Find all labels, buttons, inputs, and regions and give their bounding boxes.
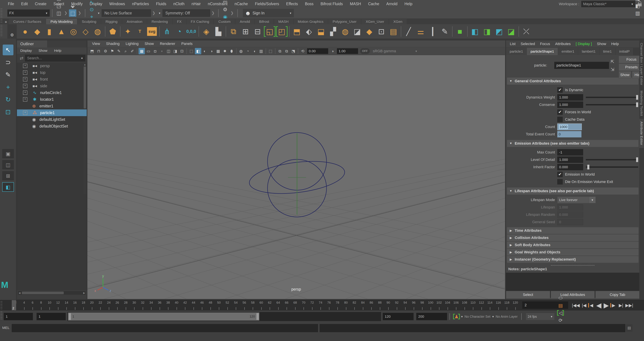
poly-torus-icon[interactable]: ◎ <box>68 25 80 38</box>
modeling-toolkit-toggle-icon[interactable]: ◨ <box>634 0 641 2</box>
timeline-frame-76[interactable]: 76 <box>325 300 334 311</box>
chevron-down-icon[interactable]: ▼ <box>98 12 100 14</box>
save-scene-icon[interactable]: ◫ <box>55 9 62 17</box>
divider[interactable] <box>52 9 52 17</box>
viewport-menu-show[interactable]: Show <box>142 41 157 46</box>
safe-action-icon[interactable]: ◨ <box>172 48 178 54</box>
boolean-union-icon[interactable]: ◱ <box>264 25 276 38</box>
go-to-end-button[interactable]: ▶▶| <box>625 301 634 310</box>
toolbar-grip[interactable] <box>0 311 3 320</box>
colorspace-dropdown[interactable]: sRGB gamma ▼ <box>371 48 420 54</box>
quad-mirror-icon[interactable]: ◆ <box>363 25 375 38</box>
timeline-frame-84[interactable]: 84 <box>359 300 367 311</box>
relax-tool-icon[interactable]: ◪ <box>505 25 517 38</box>
outliner-panel-tab[interactable]: Outliner <box>17 40 47 47</box>
grease-pencil-icon[interactable]: ✐ <box>129 48 136 54</box>
anim-layer-dropdown[interactable]: No Anim Layer <box>496 315 518 319</box>
section-header-emission-attributes-see-also-emitter-tabs[interactable]: ▼Emission Attributes (see also emitter t… <box>507 140 638 147</box>
poly-cylinder-icon[interactable]: ▮ <box>43 25 55 38</box>
timeline-frame-46[interactable]: 46 <box>198 300 206 311</box>
viewport-menu-shading[interactable]: Shading <box>103 41 122 46</box>
attr-slider-conserve[interactable] <box>586 104 638 105</box>
attr-field-conserve[interactable]: 1.000 <box>557 101 583 108</box>
outliner-item-emitter1[interactable]: ⊛emitter1 <box>17 103 87 109</box>
exposure-icon[interactable]: ⟲ <box>300 48 306 54</box>
checkbox-is-dynamic[interactable]: ✔ <box>557 87 563 93</box>
open-scene-icon[interactable]: ◳ <box>55 2 62 9</box>
timeline-frame-16[interactable]: 16 <box>71 300 79 311</box>
attr-field-max-count[interactable]: -1 <box>557 149 583 155</box>
timeline-frame-58[interactable]: 58 <box>248 300 257 311</box>
timeline-frame-62[interactable]: 62 <box>266 300 274 311</box>
timeline-frame-8[interactable]: 8 <box>37 300 46 311</box>
film-gate-icon[interactable]: ▭ <box>145 48 152 54</box>
shelf-tab-fx[interactable]: FX <box>172 19 186 24</box>
motion-blur-icon[interactable]: ⬮ <box>228 48 235 54</box>
timeline-frame-82[interactable]: 82 <box>350 300 359 311</box>
select-object-icon[interactable]: ⬚ <box>69 9 76 17</box>
viewport-menu-lighting[interactable]: Lighting <box>122 41 142 46</box>
expand-arrow-icon[interactable]: ❯ <box>78 11 81 15</box>
viewport-menu-panels[interactable]: Panels <box>178 41 196 46</box>
step-forward-frame-button[interactable]: ▶| <box>617 301 625 310</box>
timeline-frame-18[interactable]: 18 <box>79 300 88 311</box>
shelf-tab-rendering[interactable]: Rendering <box>147 19 172 24</box>
target-weld-icon[interactable]: ■ <box>454 25 466 38</box>
checkbox-die-on-emission-volume-exit[interactable] <box>557 179 563 185</box>
rotate-tool[interactable]: ↻ <box>3 94 14 105</box>
attr-field-inherit-factor[interactable]: 0.000 <box>557 164 583 170</box>
timeline-frame-30[interactable]: 30 <box>130 300 138 311</box>
particle-name-field[interactable]: particleShape1 <box>554 62 609 69</box>
multisample-icon[interactable]: ◍ <box>238 48 244 54</box>
menubar-item-ncloth[interactable]: nCloth <box>170 2 188 6</box>
chevron-down-icon[interactable]: ▼ <box>589 197 596 203</box>
menubar-item-windows[interactable]: Windows <box>106 2 128 6</box>
snap-curve-icon[interactable]: ∿ <box>88 0 96 6</box>
animation-start-field[interactable]: 1 <box>4 313 33 320</box>
range-slider-track[interactable]: 1 120 <box>68 312 381 321</box>
timeline-frame-38[interactable]: 38 <box>164 300 172 311</box>
poly-sphere-icon[interactable]: ● <box>19 25 31 38</box>
side-tab-modeling-toolkit[interactable]: Modeling Toolkit <box>639 88 644 119</box>
camera-attributes-icon[interactable]: ⚙ <box>102 48 109 54</box>
timeline-frame-104[interactable]: 104 <box>444 300 452 311</box>
ae-tab-particleshape1[interactable]: particleShape1 <box>527 48 558 55</box>
outliner-item-locator1[interactable]: +✱locator1 <box>17 96 87 103</box>
attr-slider-level-of-detail[interactable] <box>586 159 638 160</box>
shaded-icon[interactable]: ◧ <box>195 48 201 54</box>
shelf-tab-sculpting[interactable]: Sculpting <box>77 19 101 24</box>
outliner-menu-display[interactable]: Display <box>17 49 35 53</box>
menubar-item-mash[interactable]: MASH <box>346 2 364 6</box>
timeline-frame-90[interactable]: 90 <box>384 300 392 311</box>
anim-snapshot-icon[interactable]: ▤ <box>557 302 564 309</box>
layout-single-pane-button[interactable]: ▣ <box>2 149 14 158</box>
timeline-frame-118[interactable]: 118 <box>502 300 511 311</box>
lock-camera-icon[interactable]: ⊓ <box>96 48 102 54</box>
viewport-3d-view[interactable]: persp y x z <box>88 55 505 299</box>
outliner-item-particle1[interactable]: +⁂particle1 <box>17 109 87 116</box>
filter-icon[interactable]: ⇄ <box>18 56 25 61</box>
poly-plane-icon[interactable]: ◇ <box>80 25 92 38</box>
timeline-frame-110[interactable]: 110 <box>469 300 477 311</box>
xray-icon[interactable]: ▥ <box>258 48 264 54</box>
attr-slider-inherit-factor[interactable] <box>586 166 638 168</box>
exposure-field[interactable]: 0.00 <box>307 48 328 54</box>
expand-icon[interactable]: + <box>23 111 27 115</box>
horizontal-scrollbar[interactable]: ◀ ▶ <box>18 291 86 295</box>
slider-handle[interactable] <box>636 157 638 162</box>
shadows-icon[interactable]: ▩ <box>215 48 221 54</box>
menubar-item-edit[interactable]: Edit <box>18 2 31 6</box>
contrast-icon[interactable]: ◑ <box>330 48 336 54</box>
playback-start-field[interactable]: 1 <box>36 313 66 320</box>
connect-icon[interactable]: ┃ <box>427 25 439 38</box>
quad-draw-icon[interactable]: ◧ <box>469 25 481 38</box>
checkbox-forces-in-world[interactable]: ✔ <box>557 109 563 115</box>
paint-select-tool[interactable]: ✎ <box>3 69 14 80</box>
bridge-icon[interactable]: ⬓ <box>315 25 327 38</box>
shelf-tab-animation[interactable]: Animation <box>122 19 147 24</box>
platonic-solid-icon[interactable]: ⬟ <box>107 25 119 38</box>
attribute-editor-toggle-icon[interactable]: ▥ <box>634 9 641 17</box>
film-roll-icon[interactable]: ⬔ <box>290 48 296 54</box>
section-header-goal-weights-and-objects[interactable]: ▶Goal Weights and Objects <box>507 249 638 256</box>
scroll-right-icon[interactable]: ▶ <box>82 292 86 294</box>
